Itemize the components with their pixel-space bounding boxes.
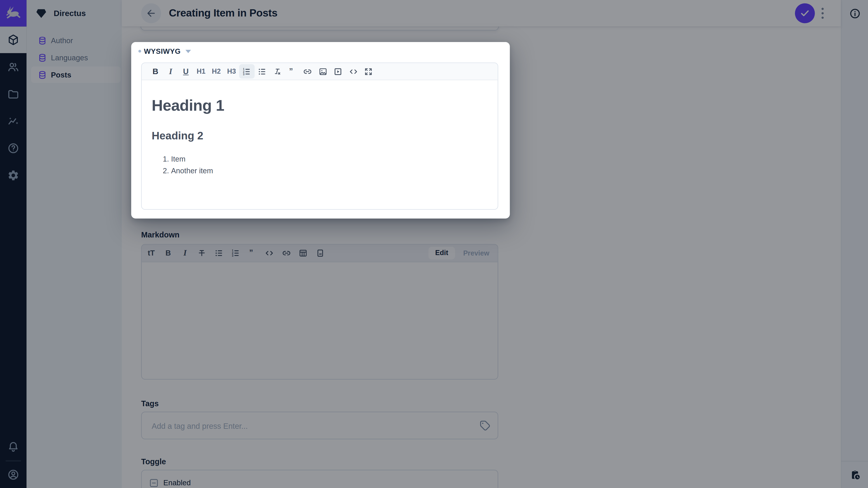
h1-icon: H1 [197,68,206,75]
code-icon [348,67,358,76]
underline-icon: U [183,67,189,76]
content-heading-1: Heading 1 [152,97,488,115]
wysiwyg-field-header[interactable]: WYSIWYG [138,47,191,55]
bullet-list-tool-button[interactable] [254,64,270,78]
italic-icon: I [169,67,172,76]
image-tool-button[interactable] [315,64,331,78]
h3-icon: H3 [227,68,236,75]
link-tool-button[interactable] [300,64,315,78]
list-item: Item [171,154,488,164]
h2-tool-button[interactable]: H2 [209,64,224,78]
clear-format-icon [273,67,282,76]
media-tool-button[interactable] [331,64,346,78]
bold-icon: B [153,67,158,76]
wysiwyg-field-label: WYSIWYG [144,47,181,55]
wysiwyg-field-card: WYSIWYG B I U H1 H2 H3 1 2 3 [131,42,510,219]
h2-icon: H2 [212,68,221,75]
svg-text:3: 3 [243,72,245,76]
image-icon [318,67,328,76]
wysiwyg-editor: B I U H1 H2 H3 1 2 3 [141,63,498,210]
source-code-tool-button[interactable] [346,64,361,78]
h1-tool-button[interactable]: H1 [193,64,209,78]
unsaved-dot-icon [138,50,141,53]
numbered-list-tool-button-active[interactable]: 1 2 3 [239,64,254,78]
list-item: Another item [171,166,488,175]
content-ordered-list: Item Another item [152,154,488,175]
h3-tool-button[interactable]: H3 [224,64,239,78]
content-heading-2: Heading 2 [152,130,488,142]
blockquote-icon: ” [288,67,297,76]
wysiwyg-toolbar: B I U H1 H2 H3 1 2 3 [142,63,498,80]
numbered-list-icon: 1 2 3 [242,67,252,76]
italic-tool-button[interactable]: I [163,64,178,78]
fullscreen-icon [364,67,373,76]
wysiwyg-content[interactable]: Heading 1 Heading 2 Item Another item [142,97,498,175]
fullscreen-tool-button[interactable] [361,64,376,78]
chevron-down-icon [186,50,191,53]
bullet-list-icon [257,67,267,76]
link-icon [303,67,312,76]
directus-app: Directus Author Languages [0,0,868,488]
underline-tool-button[interactable]: U [178,64,193,78]
blockquote-tool-button[interactable]: ” [285,64,300,78]
clear-format-tool-button[interactable] [270,64,285,78]
video-icon [333,67,343,76]
bold-tool-button[interactable]: B [148,64,163,78]
svg-text:”: ” [289,67,293,75]
